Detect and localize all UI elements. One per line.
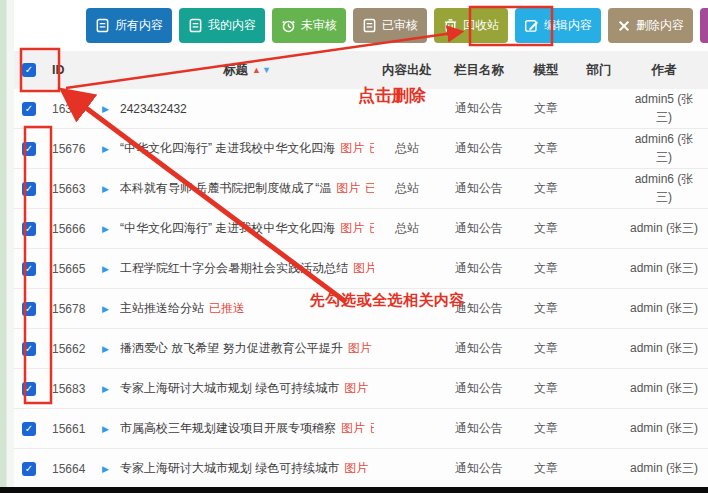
- reviewed-button[interactable]: 已审核: [353, 8, 427, 43]
- row-title[interactable]: 主站推送给分站: [120, 300, 204, 317]
- delete-content-button[interactable]: 删除内容: [608, 8, 693, 43]
- all-content-button[interactable]: 所有内容: [86, 8, 172, 43]
- table-row[interactable]: ✓ 15663 ▶ 本科就有导师 岳麓书院把制度做成了“温 图片已推送 总站 通…: [14, 169, 708, 209]
- expand-triangle-icon[interactable]: ▶: [102, 424, 120, 434]
- publish-content-button[interactable]: 发布内容: [700, 8, 708, 43]
- table-row[interactable]: ✓ 16368 ▶ 2423432432 通知公告 文章 admin5 (张三): [14, 89, 708, 129]
- status-tag: 图片: [353, 260, 374, 277]
- expand-triangle-icon[interactable]: ▶: [102, 224, 120, 234]
- recycle-bin-button[interactable]: 回收站: [434, 8, 508, 43]
- expand-triangle-icon[interactable]: ▶: [102, 264, 120, 274]
- row-title[interactable]: 市属高校三年规划建设项目开展专项稽察: [120, 420, 336, 437]
- row-checkbox[interactable]: ✓: [22, 382, 36, 396]
- status-tag: 图片: [348, 340, 372, 357]
- status-tag: 已推送: [373, 380, 374, 397]
- row-tags: 图片已推送签发源: [340, 140, 374, 157]
- row-title[interactable]: 专家上海研讨大城市规划 绿色可持续城市: [120, 460, 339, 477]
- toolbar: 所有内容 我的内容 未审核 已审核 回收站 编辑内容 删除内容 发布内容: [14, 0, 708, 43]
- header-column: 栏目名称: [440, 62, 518, 79]
- doc-icon: [188, 18, 203, 33]
- row-checkbox[interactable]: ✓: [22, 302, 36, 316]
- status-tag: 图片: [340, 220, 364, 237]
- row-checkbox[interactable]: ✓: [22, 222, 36, 236]
- row-column: 通知公告: [440, 220, 518, 237]
- row-tags: 图片已推送: [344, 460, 374, 477]
- sort-asc-icon[interactable]: ▲: [252, 65, 261, 75]
- content-area: 所有内容 我的内容 未审核 已审核 回收站 编辑内容 删除内容 发布内容: [14, 0, 708, 493]
- button-label: 我的内容: [208, 17, 256, 34]
- row-title[interactable]: 工程学院红十字分会暑期社会实践活动总结: [120, 260, 348, 277]
- edit-icon: [524, 18, 539, 33]
- row-tags: 图片已推送: [341, 420, 374, 437]
- expand-triangle-icon[interactable]: ▶: [102, 144, 120, 154]
- row-checkbox[interactable]: ✓: [22, 422, 36, 436]
- row-checkbox[interactable]: ✓: [22, 102, 36, 116]
- row-column: 通知公告: [440, 180, 518, 197]
- row-checkbox[interactable]: ✓: [22, 142, 36, 156]
- expand-triangle-icon[interactable]: ▶: [102, 464, 120, 474]
- row-author: admin (张三): [629, 260, 699, 277]
- table-row[interactable]: ✓ 15665 ▶ 工程学院红十字分会暑期社会实践活动总结 图片已推送 通知公告…: [14, 249, 708, 289]
- row-column: 通知公告: [440, 140, 518, 157]
- x-icon: [617, 19, 631, 33]
- row-id: 15664: [52, 462, 102, 476]
- edit-content-button[interactable]: 编辑内容: [515, 8, 601, 43]
- row-title[interactable]: 专家上海研讨大城市规划 绿色可持续城市: [120, 380, 339, 397]
- status-tag: 图片: [344, 380, 368, 397]
- button-label: 已审核: [382, 17, 418, 34]
- row-model: 文章: [518, 220, 574, 237]
- row-title[interactable]: 2423432432: [120, 102, 187, 116]
- expand-triangle-icon[interactable]: ▶: [102, 104, 120, 114]
- status-tag: 已推送: [370, 420, 374, 437]
- table-row[interactable]: ✓ 15683 ▶ 专家上海研讨大城市规划 绿色可持续城市 图片已推送 通知公告…: [14, 369, 708, 409]
- row-id: 15665: [52, 262, 102, 276]
- doc-icon: [362, 18, 377, 33]
- row-title[interactable]: 播洒爱心 放飞希望 努力促进教育公平提升: [120, 340, 343, 357]
- header-id: ID: [52, 63, 102, 77]
- header-title: 标题▲▼: [120, 62, 374, 79]
- expand-triangle-icon[interactable]: ▶: [102, 344, 120, 354]
- row-title[interactable]: 本科就有导师 岳麓书院把制度做成了“温: [120, 180, 331, 197]
- expand-triangle-icon[interactable]: ▶: [102, 304, 120, 314]
- row-tags: 图片已推送: [336, 180, 374, 197]
- row-column: 通知公告: [440, 380, 518, 397]
- table-row[interactable]: ✓ 15664 ▶ 专家上海研讨大城市规划 绿色可持续城市 图片已推送 通知公告…: [14, 449, 708, 489]
- status-tag: 图片: [340, 140, 364, 157]
- row-model: 文章: [518, 100, 574, 117]
- select-all-checkbox[interactable]: ✓: [22, 63, 36, 77]
- row-author: admin (张三): [629, 340, 699, 357]
- row-checkbox[interactable]: ✓: [22, 262, 36, 276]
- row-model: 文章: [518, 180, 574, 197]
- row-checkbox[interactable]: ✓: [22, 182, 36, 196]
- header-author: 作者: [624, 62, 704, 79]
- bottom-edge-bar: [0, 487, 708, 493]
- row-model: 文章: [518, 300, 574, 317]
- row-author: admin (张三): [629, 300, 699, 317]
- sort-desc-icon[interactable]: ▼: [262, 65, 271, 75]
- row-checkbox[interactable]: ✓: [22, 462, 36, 476]
- table-row[interactable]: ✓ 15666 ▶ “中华文化四海行” 走进我校中华文化四海 图片已推送 总站 …: [14, 209, 708, 249]
- table-row[interactable]: ✓ 15662 ▶ 播洒爱心 放飞希望 努力促进教育公平提升 图片已推送 通知公…: [14, 329, 708, 369]
- unreviewed-button[interactable]: 未审核: [272, 8, 346, 43]
- row-column: 通知公告: [440, 260, 518, 277]
- row-checkbox[interactable]: ✓: [22, 342, 36, 356]
- row-column: 通知公告: [440, 300, 518, 317]
- row-id: 15676: [52, 142, 102, 156]
- row-title[interactable]: “中华文化四海行” 走进我校中华文化四海: [120, 140, 335, 157]
- row-author: admin6 (张三): [629, 171, 699, 206]
- expand-triangle-icon[interactable]: ▶: [102, 384, 120, 394]
- row-source: 总站: [374, 220, 440, 237]
- row-title[interactable]: “中华文化四海行” 走进我校中华文化四海: [120, 220, 335, 237]
- table-row[interactable]: ✓ 15661 ▶ 市属高校三年规划建设项目开展专项稽察 图片已推送 通知公告 …: [14, 409, 708, 449]
- row-id: 15663: [52, 182, 102, 196]
- status-tag: 已推送: [365, 180, 374, 197]
- table-row[interactable]: ✓ 15676 ▶ “中华文化四海行” 走进我校中华文化四海 图片已推送签发源 …: [14, 129, 708, 169]
- trash-icon: [443, 18, 458, 33]
- expand-triangle-icon[interactable]: ▶: [102, 184, 120, 194]
- my-content-button[interactable]: 我的内容: [179, 8, 265, 43]
- row-author: admin (张三): [629, 460, 699, 477]
- status-tag: 图片: [341, 420, 365, 437]
- table-row[interactable]: ✓ 15678 ▶ 主站推送给分站 已推送 通知公告 文章 admin (张三): [14, 289, 708, 329]
- row-author: admin (张三): [629, 220, 699, 237]
- table-body: ✓ 16368 ▶ 2423432432 通知公告 文章 admin5 (张三)…: [14, 89, 708, 493]
